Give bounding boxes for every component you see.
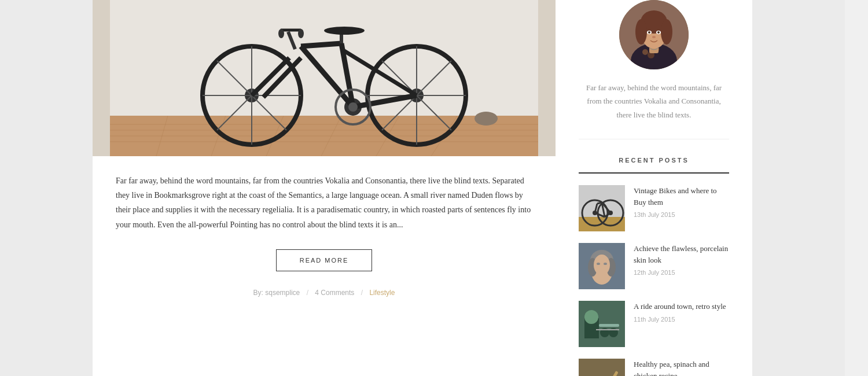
post-title-4[interactable]: Healthy pea, spinach and chicken recipe bbox=[634, 359, 729, 376]
article-hero-image bbox=[93, 0, 556, 156]
svg-point-83 bbox=[604, 263, 607, 265]
separator-2: / bbox=[361, 289, 363, 297]
recent-post-item: Vintage Bikes and where to Buy them 13th… bbox=[579, 185, 729, 231]
svg-point-41 bbox=[324, 27, 365, 35]
post-thumb-4[interactable] bbox=[579, 359, 625, 376]
right-gutter bbox=[752, 0, 845, 376]
article-text: Far far away, behind the word mountains,… bbox=[116, 174, 532, 232]
svg-point-63 bbox=[652, 36, 656, 38]
post-title-2[interactable]: Achieve the flawless, porcelain skin loo… bbox=[634, 243, 729, 266]
sidebar: Far far away, behind the word mountains,… bbox=[556, 0, 752, 376]
post-thumb-2[interactable] bbox=[579, 243, 625, 289]
post-date-2: 12th July 2015 bbox=[634, 269, 729, 276]
post-info-2: Achieve the flawless, porcelain skin loo… bbox=[634, 243, 729, 276]
svg-point-61 bbox=[648, 31, 650, 34]
author-name: sqsemplice bbox=[265, 289, 300, 297]
svg-point-45 bbox=[298, 29, 304, 38]
author-bio-section: Far far away, behind the word mountains,… bbox=[579, 0, 729, 139]
svg-point-51 bbox=[642, 49, 648, 55]
post-thumb-1[interactable] bbox=[579, 185, 625, 231]
svg-point-81 bbox=[594, 255, 610, 275]
by-label: By: bbox=[253, 289, 263, 297]
main-content: Far far away, behind the word mountains,… bbox=[93, 0, 556, 376]
recent-posts-section: RECENT POSTS bbox=[579, 157, 729, 376]
read-more-container: READ MORE bbox=[116, 249, 532, 271]
separator-1: / bbox=[307, 289, 308, 297]
svg-point-57 bbox=[635, 19, 647, 45]
post-info-4: Healthy pea, spinach and chicken recipe … bbox=[634, 359, 729, 376]
svg-point-86 bbox=[584, 310, 598, 324]
author-bio-text: Far far away, behind the word mountains,… bbox=[579, 81, 729, 121]
post-thumb-3[interactable] bbox=[579, 301, 625, 347]
post-info-1: Vintage Bikes and where to Buy them 13th… bbox=[634, 185, 729, 218]
svg-point-44 bbox=[278, 29, 284, 38]
article-body: Far far away, behind the word mountains,… bbox=[93, 156, 556, 308]
recent-post-item: Healthy pea, spinach and chicken recipe … bbox=[579, 359, 729, 376]
svg-line-35 bbox=[301, 43, 341, 46]
author-avatar bbox=[619, 0, 689, 69]
svg-point-47 bbox=[348, 102, 358, 112]
svg-rect-0 bbox=[110, 0, 538, 127]
post-title-1[interactable]: Vintage Bikes and where to Buy them bbox=[634, 185, 729, 208]
svg-rect-87 bbox=[599, 324, 619, 327]
svg-point-82 bbox=[597, 263, 600, 265]
svg-line-74 bbox=[597, 202, 602, 204]
left-gutter bbox=[0, 0, 93, 376]
svg-point-62 bbox=[657, 31, 660, 34]
recent-posts-title: RECENT POSTS bbox=[579, 157, 729, 174]
post-title-3[interactable]: A ride around town, retro style bbox=[634, 301, 729, 312]
post-date-1: 13th July 2015 bbox=[634, 211, 729, 218]
svg-point-58 bbox=[661, 19, 672, 45]
svg-point-48 bbox=[475, 112, 498, 126]
post-date-3: 11th July 2015 bbox=[634, 316, 729, 323]
recent-post-item: A ride around town, retro style 11th Jul… bbox=[579, 301, 729, 347]
category-link[interactable]: Lifestyle bbox=[369, 289, 395, 297]
post-info-3: A ride around town, retro style 11th Jul… bbox=[634, 301, 729, 323]
article-meta: By: sqsemplice / 4 Comments / Lifestyle bbox=[116, 289, 532, 297]
svg-rect-91 bbox=[579, 359, 625, 376]
read-more-button[interactable]: READ MORE bbox=[276, 249, 373, 271]
recent-post-item: Achieve the flawless, porcelain skin loo… bbox=[579, 243, 729, 289]
comments-count[interactable]: 4 Comments bbox=[315, 289, 354, 297]
